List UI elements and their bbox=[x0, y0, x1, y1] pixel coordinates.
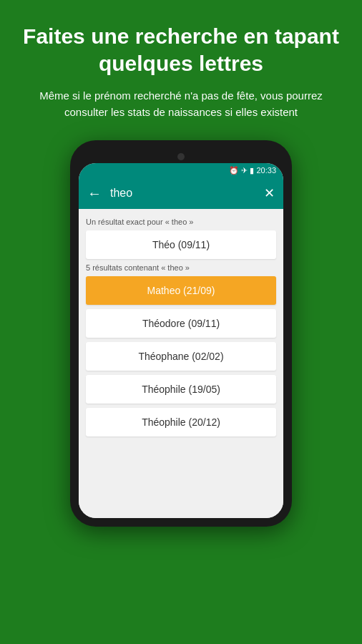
airplane-icon: ✈ bbox=[241, 166, 248, 175]
back-button[interactable]: ← bbox=[87, 185, 102, 202]
phone-camera bbox=[177, 153, 185, 160]
results-area: Un résultat exact pour « theo » Théo (09… bbox=[79, 209, 283, 518]
containing-section-label: 5 résultats contenant « theo » bbox=[86, 263, 276, 272]
battery-icon: ▮ bbox=[250, 166, 254, 175]
phone-screen: ⏰ ✈ ▮ 20:33 ← theo ✕ Un résultat exact p… bbox=[79, 163, 283, 518]
hero-subtitle: Même si le prénom recherché n'a pas de f… bbox=[0, 88, 362, 137]
containing-result-2[interactable]: Théophane (02/02) bbox=[86, 342, 276, 371]
containing-result-1[interactable]: Théodore (09/11) bbox=[86, 309, 276, 338]
status-bar: ⏰ ✈ ▮ 20:33 bbox=[79, 163, 283, 177]
status-icons: ⏰ ✈ ▮ 20:33 bbox=[229, 166, 276, 175]
phone-wrapper: ⏰ ✈ ▮ 20:33 ← theo ✕ Un résultat exact p… bbox=[0, 137, 362, 527]
time-display: 20:33 bbox=[256, 166, 276, 175]
search-query[interactable]: theo bbox=[110, 187, 255, 200]
containing-result-0[interactable]: Matheo (21/09) bbox=[86, 276, 276, 305]
search-bar: ← theo ✕ bbox=[79, 177, 283, 209]
containing-result-3[interactable]: Théophile (19/05) bbox=[86, 375, 276, 404]
exact-section-label: Un résultat exact pour « theo » bbox=[86, 218, 276, 226]
hero-title: Faites une recherche en tapant quelques … bbox=[0, 0, 362, 88]
containing-result-4[interactable]: Théophile (20/12) bbox=[86, 408, 276, 436]
exact-result-0[interactable]: Théo (09/11) bbox=[86, 230, 276, 259]
phone-device: ⏰ ✈ ▮ 20:33 ← theo ✕ Un résultat exact p… bbox=[70, 140, 292, 527]
alarm-icon: ⏰ bbox=[229, 166, 239, 175]
clear-button[interactable]: ✕ bbox=[264, 185, 275, 201]
